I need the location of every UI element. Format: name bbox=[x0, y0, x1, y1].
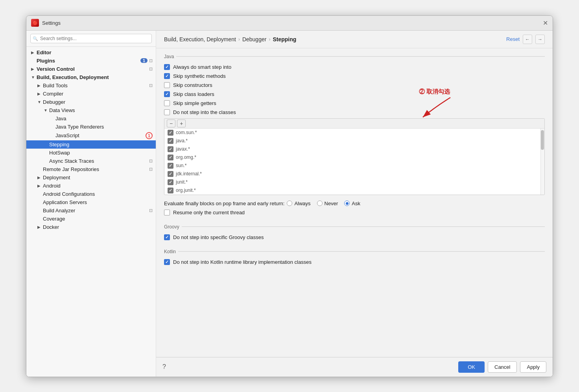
sidebar-item-build-tools[interactable]: ▶ Build Tools ⊡ bbox=[26, 81, 156, 90]
radio-never[interactable]: Never bbox=[317, 201, 338, 206]
sidebar-label: Editor bbox=[37, 50, 153, 55]
ok-button[interactable]: OK bbox=[458, 361, 485, 373]
close-button[interactable]: ✕ bbox=[543, 19, 548, 27]
sidebar-item-deployment[interactable]: ▶ Deployment bbox=[26, 173, 156, 182]
breadcrumb-part1: Build, Execution, Deployment bbox=[164, 36, 236, 42]
scrollbar-track[interactable] bbox=[540, 129, 544, 195]
kotlin-section-label: Kotlin bbox=[164, 249, 176, 254]
class-checkbox[interactable] bbox=[168, 188, 173, 193]
always-smart-step-checkbox[interactable] bbox=[164, 64, 170, 70]
sidebar-label: Build Analyzer bbox=[43, 208, 148, 213]
option-skip-synthetic: Skip synthetic methods bbox=[164, 72, 545, 81]
do-not-step-checkbox[interactable] bbox=[164, 109, 170, 115]
class-checkbox[interactable] bbox=[168, 155, 173, 160]
class-item: javax.* bbox=[164, 145, 544, 153]
cancel-button[interactable]: Cancel bbox=[488, 361, 517, 373]
apply-button[interactable]: Apply bbox=[520, 361, 546, 373]
option-kotlin: Do not step into Kotlin runtime library … bbox=[164, 258, 545, 267]
sidebar-item-coverage[interactable]: Coverage bbox=[26, 215, 156, 223]
forward-button[interactable]: → bbox=[535, 35, 545, 44]
sidebar-label: Build, Execution, Deployment bbox=[37, 74, 153, 80]
settings-icon: ⊡ bbox=[149, 208, 153, 213]
option-groovy: Do not step into specific Groovy classes bbox=[164, 233, 545, 242]
expand-arrow bbox=[37, 217, 43, 221]
kotlin-checkbox[interactable] bbox=[164, 259, 170, 265]
scrollbar-thumb[interactable] bbox=[541, 130, 544, 150]
search-input[interactable] bbox=[30, 34, 152, 43]
expand-arrow bbox=[44, 151, 49, 155]
back-button[interactable]: ← bbox=[523, 35, 532, 44]
sidebar-item-build-exec-deploy[interactable]: ▼ Build, Execution, Deployment bbox=[26, 73, 156, 81]
remove-class-button[interactable]: − bbox=[167, 120, 175, 127]
reset-button[interactable]: Reset bbox=[506, 36, 520, 42]
sidebar-item-javascript[interactable]: JavaScript 1 bbox=[26, 131, 156, 140]
evaluate-row: Evaluate finally blocks on pop frame and… bbox=[164, 199, 545, 208]
sidebar-item-stepping[interactable]: Stepping bbox=[26, 140, 156, 149]
sidebar-item-editor[interactable]: ▶ Editor bbox=[26, 48, 156, 57]
class-label: org.omg.* bbox=[176, 155, 196, 160]
sidebar-item-hotswap[interactable]: HotSwap bbox=[26, 149, 156, 157]
classes-list[interactable]: com.sun.* java.* javax.* org.omg.* bbox=[164, 129, 544, 195]
footer-buttons: OK Cancel Apply bbox=[458, 361, 546, 373]
sidebar: ▶ Editor Plugins 1 ⊡ ▶ Version Control ⊡ bbox=[26, 31, 156, 377]
sidebar-item-plugins[interactable]: Plugins 1 ⊡ bbox=[26, 57, 156, 65]
sidebar-label: Coverage bbox=[43, 216, 153, 222]
breadcrumb-current: Stepping bbox=[273, 36, 296, 42]
expand-arrow: ▼ bbox=[44, 108, 49, 112]
sidebar-label: HotSwap bbox=[49, 150, 153, 156]
class-checkbox[interactable] bbox=[168, 130, 173, 136]
class-item: sun.* bbox=[164, 162, 544, 170]
sidebar-label: Java Type Renderers bbox=[55, 124, 153, 130]
classes-container: − + com.sun.* java.* bbox=[164, 118, 545, 195]
skip-constructors-checkbox[interactable] bbox=[164, 82, 170, 88]
class-checkbox[interactable] bbox=[168, 138, 173, 144]
radio-never-label: Never bbox=[325, 201, 338, 206]
skip-class-loaders-checkbox[interactable] bbox=[164, 91, 170, 97]
sidebar-label: JavaScript bbox=[55, 133, 144, 138]
resume-checkbox[interactable] bbox=[164, 210, 170, 215]
sidebar-item-application-servers[interactable]: Application Servers bbox=[26, 198, 156, 206]
class-checkbox[interactable] bbox=[168, 171, 173, 177]
class-item: junit.* bbox=[164, 178, 544, 186]
sidebar-item-async-stack-traces[interactable]: Async Stack Traces ⊡ bbox=[26, 157, 156, 165]
groovy-section-label: Groovy bbox=[164, 224, 179, 230]
sidebar-label: Deployment bbox=[43, 175, 153, 180]
sidebar-item-compiler[interactable]: ▶ Compiler bbox=[26, 90, 156, 98]
sidebar-item-data-views[interactable]: ▼ Data Views bbox=[26, 106, 156, 114]
class-checkbox[interactable] bbox=[168, 179, 173, 185]
add-class-button[interactable]: + bbox=[177, 120, 186, 127]
settings-icon: ⊡ bbox=[149, 167, 153, 172]
skip-simple-getters-checkbox[interactable] bbox=[164, 100, 170, 106]
class-label: org.junit.* bbox=[176, 188, 196, 193]
radio-ask-button[interactable] bbox=[344, 201, 350, 206]
help-button[interactable]: ? bbox=[162, 363, 166, 370]
sidebar-item-build-analyzer[interactable]: Build Analyzer ⊡ bbox=[26, 206, 156, 215]
expand-arrow bbox=[37, 208, 43, 213]
expand-arrow: ▶ bbox=[31, 67, 37, 71]
sidebar-item-android-configurations[interactable]: Android Configurations bbox=[26, 190, 156, 198]
radio-never-button[interactable] bbox=[317, 201, 323, 206]
expand-arrow bbox=[50, 133, 55, 138]
sidebar-item-version-control[interactable]: ▶ Version Control ⊡ bbox=[26, 65, 156, 73]
class-checkbox[interactable] bbox=[168, 146, 173, 152]
radio-always-button[interactable] bbox=[287, 201, 292, 206]
class-item: java.* bbox=[164, 137, 544, 145]
expand-arrow: ▶ bbox=[31, 50, 37, 55]
sidebar-item-debugger[interactable]: ▼ Debugger bbox=[26, 98, 156, 106]
sidebar-item-android[interactable]: ▶ Android bbox=[26, 182, 156, 190]
class-label: com.sun.* bbox=[176, 130, 197, 135]
class-checkbox[interactable] bbox=[168, 163, 173, 169]
javascript-badge: 1 bbox=[146, 132, 153, 139]
always-smart-step-label: Always do smart step into bbox=[173, 64, 231, 70]
breadcrumb-part2: Debugger bbox=[242, 36, 267, 42]
groovy-checkbox[interactable] bbox=[164, 234, 170, 240]
sidebar-item-java[interactable]: Java bbox=[26, 114, 156, 123]
skip-synthetic-checkbox[interactable] bbox=[164, 73, 170, 79]
footer: ? OK Cancel Apply bbox=[156, 357, 553, 377]
sidebar-item-remote-jar[interactable]: Remote Jar Repositories ⊡ bbox=[26, 165, 156, 173]
class-label: java.* bbox=[176, 138, 188, 144]
sidebar-item-docker[interactable]: ▶ Docker bbox=[26, 223, 156, 231]
radio-ask[interactable]: Ask bbox=[344, 201, 360, 206]
sidebar-item-java-type-renderers[interactable]: Java Type Renderers bbox=[26, 123, 156, 131]
radio-always[interactable]: Always bbox=[287, 201, 310, 206]
